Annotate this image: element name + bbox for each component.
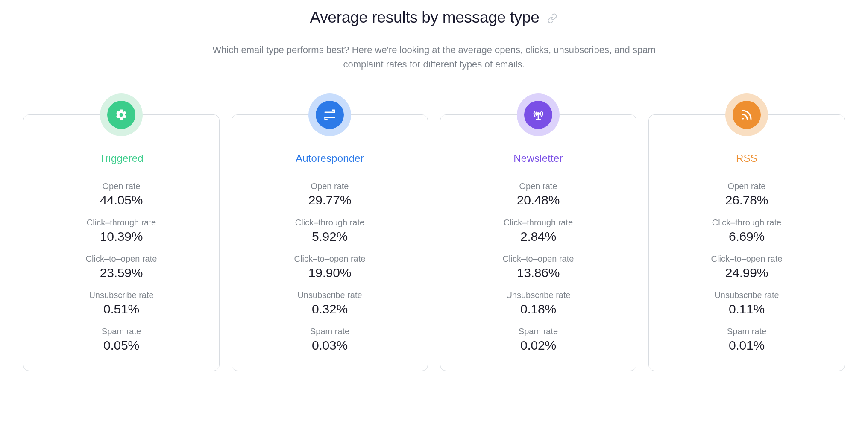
metric-ctr: Click–through rate 5.92%: [244, 218, 416, 244]
svg-point-5: [742, 118, 744, 120]
metric-label: Unsubscribe rate: [244, 290, 416, 300]
card-newsletter: Newsletter Open rate 20.48% Click–throug…: [440, 114, 636, 371]
metric-value: 13.86%: [452, 266, 624, 280]
metric-ctor: Click–to–open rate 13.86%: [452, 254, 624, 280]
broadcast-icon: [524, 101, 552, 129]
icon-halo: [725, 93, 768, 136]
metric-open: Open rate 20.48%: [452, 181, 624, 207]
metric-label: Spam rate: [661, 327, 833, 336]
metric-label: Open rate: [244, 181, 416, 191]
metric-label: Spam rate: [35, 327, 207, 336]
metric-value: 0.11%: [661, 302, 833, 316]
cards-container: Triggered Open rate 44.05% Click–through…: [17, 114, 851, 371]
gear-icon: [107, 101, 135, 129]
metric-label: Unsubscribe rate: [35, 290, 207, 300]
metric-label: Open rate: [35, 181, 207, 191]
metric-value: 0.02%: [452, 338, 624, 353]
metric-value: 26.78%: [661, 193, 833, 207]
metric-value: 10.39%: [35, 229, 207, 244]
card-triggered: Triggered Open rate 44.05% Click–through…: [23, 114, 220, 371]
metric-spam: Spam rate 0.01%: [661, 327, 833, 353]
card-rss: RSS Open rate 26.78% Click–through rate …: [648, 114, 845, 371]
metric-unsub: Unsubscribe rate 0.51%: [35, 290, 207, 316]
metric-value: 0.32%: [244, 302, 416, 316]
metric-label: Spam rate: [452, 327, 624, 336]
metric-value: 5.92%: [244, 229, 416, 244]
metric-label: Click–through rate: [661, 218, 833, 228]
card-autoresponder: Autoresponder Open rate 29.77% Click–thr…: [232, 114, 428, 371]
metric-value: 0.05%: [35, 338, 207, 353]
card-title: Newsletter: [452, 152, 624, 164]
metric-value: 2.84%: [452, 229, 624, 244]
metric-ctor: Click–to–open rate 19.90%: [244, 254, 416, 280]
metric-unsub: Unsubscribe rate 0.18%: [452, 290, 624, 316]
icon-halo: [100, 93, 143, 136]
metric-value: 6.69%: [661, 229, 833, 244]
card-title: Autoresponder: [244, 152, 416, 164]
metric-label: Click–to–open rate: [35, 254, 207, 264]
metric-label: Click–to–open rate: [244, 254, 416, 264]
metric-label: Spam rate: [244, 327, 416, 336]
metric-label: Unsubscribe rate: [661, 290, 833, 300]
metric-open: Open rate 29.77%: [244, 181, 416, 207]
metric-value: 0.51%: [35, 302, 207, 316]
header: Average results by message type Which em…: [17, 9, 851, 72]
icon-halo: [517, 93, 560, 136]
metric-ctr: Click–through rate 6.69%: [661, 218, 833, 244]
metric-ctor: Click–to–open rate 24.99%: [661, 254, 833, 280]
metric-spam: Spam rate 0.02%: [452, 327, 624, 353]
rss-icon: [733, 101, 761, 129]
metric-value: 24.99%: [661, 266, 833, 280]
metric-label: Click–through rate: [244, 218, 416, 228]
card-title: Triggered: [35, 152, 207, 164]
icon-halo: [308, 93, 351, 136]
metric-spam: Spam rate 0.05%: [35, 327, 207, 353]
metric-value: 23.59%: [35, 266, 207, 280]
metric-label: Unsubscribe rate: [452, 290, 624, 300]
metric-label: Open rate: [452, 181, 624, 191]
metric-value: 0.01%: [661, 338, 833, 353]
metric-value: 0.18%: [452, 302, 624, 316]
link-icon[interactable]: [546, 12, 558, 24]
metric-ctr: Click–through rate 2.84%: [452, 218, 624, 244]
page-subtitle: Which email type performs best? Here we'…: [212, 43, 656, 72]
metric-unsub: Unsubscribe rate 0.32%: [244, 290, 416, 316]
metric-open: Open rate 44.05%: [35, 181, 207, 207]
metric-unsub: Unsubscribe rate 0.11%: [661, 290, 833, 316]
metric-label: Click–to–open rate: [452, 254, 624, 264]
metric-value: 44.05%: [35, 193, 207, 207]
metric-ctor: Click–to–open rate 23.59%: [35, 254, 207, 280]
metric-value: 19.90%: [244, 266, 416, 280]
metric-spam: Spam rate 0.03%: [244, 327, 416, 353]
page-title: Average results by message type: [310, 9, 539, 26]
repeat-icon: [316, 101, 344, 129]
metric-label: Click–to–open rate: [661, 254, 833, 264]
metric-label: Click–through rate: [452, 218, 624, 228]
metric-open: Open rate 26.78%: [661, 181, 833, 207]
metric-value: 0.03%: [244, 338, 416, 353]
metric-label: Open rate: [661, 181, 833, 191]
title-row: Average results by message type: [17, 9, 851, 26]
card-title: RSS: [661, 152, 833, 164]
metric-value: 29.77%: [244, 193, 416, 207]
metric-ctr: Click–through rate 10.39%: [35, 218, 207, 244]
metric-value: 20.48%: [452, 193, 624, 207]
metric-label: Click–through rate: [35, 218, 207, 228]
